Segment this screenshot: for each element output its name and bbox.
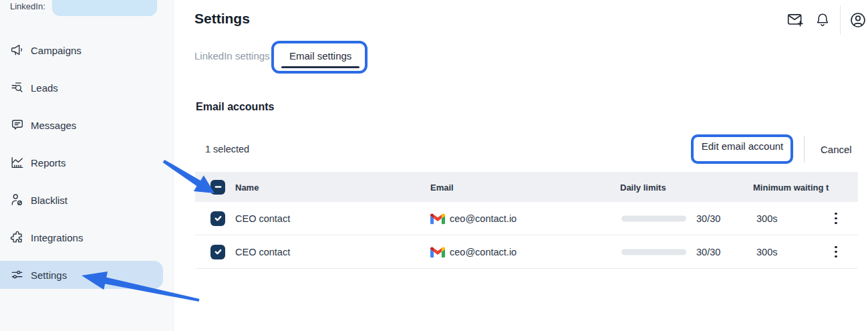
column-header-name: Name (235, 182, 259, 192)
sidebar-item-label: Blacklist (31, 195, 67, 206)
column-header-min-waiting: Minimum waiting t (753, 182, 829, 192)
column-header-daily-limits: Daily limits (620, 182, 666, 192)
notifications-bell-icon[interactable] (814, 11, 831, 29)
table-row: CEO contact ceo@contact.io 30/30 300s (195, 235, 858, 269)
sidebar: LinkedIn: Campaigns Leads Messages Repor (0, 0, 174, 331)
min-waiting-value: 300s (756, 247, 777, 257)
tab-email-settings[interactable]: Email settings (289, 50, 351, 62)
min-waiting-value: 300s (756, 213, 777, 224)
blocked-user-icon (9, 192, 25, 208)
sidebar-item-label: Campaigns (31, 45, 82, 56)
account-email: ceo@contact.io (450, 213, 517, 224)
sidebar-item-settings[interactable]: Settings (0, 261, 163, 289)
cancel-button[interactable]: Cancel (821, 144, 852, 155)
section-title-email-accounts: Email accounts (196, 101, 274, 113)
linkedin-account-label: LinkedIn: (10, 1, 45, 11)
account-name: CEO contact (235, 247, 290, 257)
sidebar-item-label: Leads (31, 82, 58, 94)
profile-icon[interactable] (849, 11, 867, 29)
sidebar-item-leads[interactable]: Leads (0, 74, 163, 102)
topbar-divider (840, 5, 841, 35)
row-checkbox[interactable] (210, 245, 225, 259)
sliders-icon (9, 267, 25, 283)
sidebar-item-label: Messages (31, 120, 76, 131)
column-header-email: Email (430, 182, 454, 192)
select-all-checkbox[interactable] (210, 180, 225, 195)
linkedin-account-chip (52, 0, 157, 16)
daily-limit-value: 30/30 (696, 247, 720, 257)
chat-bubble-icon (9, 117, 25, 133)
sidebar-item-blacklist[interactable]: Blacklist (0, 186, 163, 214)
sidebar-item-label: Integrations (31, 232, 83, 243)
edit-email-account-button[interactable]: Edit email account (697, 140, 788, 152)
row-checkbox[interactable] (210, 211, 225, 226)
sidebar-item-campaigns[interactable]: Campaigns (0, 36, 163, 64)
gmail-icon (430, 213, 445, 224)
sidebar-item-label: Reports (31, 157, 66, 169)
sidebar-item-reports[interactable]: Reports (0, 148, 163, 177)
puzzle-icon (9, 229, 25, 245)
active-tab-underline (281, 66, 359, 68)
bar-chart-icon (9, 154, 25, 171)
table-header-row: Name Email Daily limits Minimum waiting … (195, 172, 858, 202)
daily-limit-progress-bar (621, 249, 686, 255)
app-window: LinkedIn: Campaigns Leads Messages Repor (0, 0, 868, 331)
row-menu-kebab-icon[interactable] (830, 211, 842, 227)
account-name: CEO contact (235, 213, 290, 224)
button-divider (804, 136, 805, 163)
sidebar-item-label: Settings (31, 269, 67, 281)
add-email-icon[interactable] (786, 11, 804, 29)
tab-linkedin-settings[interactable]: LinkedIn settings (194, 50, 270, 62)
gmail-icon (430, 246, 445, 257)
sidebar-item-integrations[interactable]: Integrations (0, 223, 163, 251)
page-title: Settings (194, 11, 250, 27)
megaphone-icon (9, 42, 25, 58)
sidebar-item-messages[interactable]: Messages (0, 111, 163, 139)
email-accounts-table: Name Email Daily limits Minimum waiting … (195, 172, 858, 269)
table-row: CEO contact ceo@contact.io 30/30 300s (195, 202, 858, 235)
leads-search-icon (9, 80, 25, 96)
daily-limit-value: 30/30 (696, 213, 720, 224)
row-menu-kebab-icon[interactable] (830, 244, 842, 260)
selected-count-label: 1 selected (205, 144, 249, 154)
daily-limit-progress-bar (621, 215, 686, 221)
account-email: ceo@contact.io (450, 247, 517, 257)
